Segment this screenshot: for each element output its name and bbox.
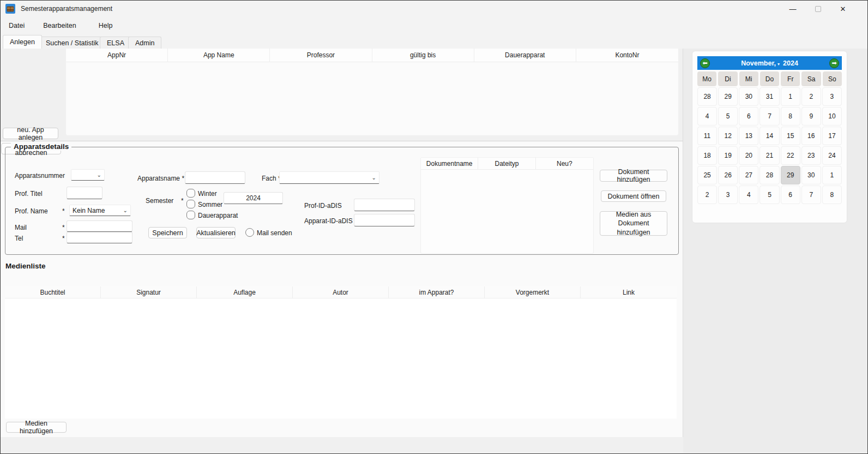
calendar-day[interactable]: 30 xyxy=(801,166,821,184)
calendar-day[interactable]: 17 xyxy=(822,127,842,145)
calendar-day[interactable]: 2 xyxy=(801,87,821,106)
column-appnr[interactable]: AppNr xyxy=(66,49,168,62)
column-dauerapparat[interactable]: Dauerapparat xyxy=(474,49,576,62)
dokument-oeffnen-button[interactable]: Dokument öffnen xyxy=(601,190,666,202)
column-dateityp[interactable]: Dateityp xyxy=(478,158,535,169)
calendar-day[interactable]: 6 xyxy=(739,107,758,126)
calendar-day[interactable]: 23 xyxy=(801,146,821,165)
tab-elsa[interactable]: ELSA xyxy=(100,37,131,49)
calendar-title[interactable]: November,▾ 2024 xyxy=(741,59,798,67)
prof-name-combobox[interactable]: Kein Name ⌄ xyxy=(69,205,131,216)
winter-checkbox[interactable] xyxy=(186,189,195,198)
minimize-button[interactable]: — xyxy=(780,1,805,17)
calendar-day[interactable]: 22 xyxy=(781,146,800,165)
calendar-day[interactable]: 15 xyxy=(781,127,800,145)
calendar-day[interactable]: 11 xyxy=(697,127,717,145)
column-gueltig-bis[interactable]: gültig bis xyxy=(372,49,474,62)
column-kontonr[interactable]: KontoNr xyxy=(576,49,678,62)
document-table[interactable]: Dokumentname Dateityp Neu? xyxy=(421,158,593,253)
calendar-day[interactable]: 1 xyxy=(781,87,800,106)
prof-name-label: Prof. Name xyxy=(15,207,48,215)
column-neu[interactable]: Neu? xyxy=(536,158,593,169)
sommer-checkbox[interactable] xyxy=(186,200,195,208)
menu-datei[interactable]: Datei xyxy=(4,20,29,32)
tab-anlegen[interactable]: Anlegen xyxy=(3,35,42,49)
calendar-day[interactable]: 7 xyxy=(801,186,821,204)
column-im-apparat[interactable]: im Apparat? xyxy=(389,286,485,298)
column-professor[interactable]: Professor xyxy=(270,49,372,62)
speichern-button[interactable]: Speichern xyxy=(148,227,187,238)
calendar-day[interactable]: 8 xyxy=(822,186,842,204)
medien-table[interactable]: Buchtitel Signatur Auflage Autor im Appa… xyxy=(5,286,677,419)
calendar-day[interactable]: 2 xyxy=(697,186,717,204)
apparatsname-input[interactable] xyxy=(185,171,245,184)
calendar-day[interactable]: 4 xyxy=(697,107,717,126)
calendar-day[interactable]: 3 xyxy=(822,87,842,106)
aktualisieren-button[interactable]: Aktualisieren xyxy=(196,227,236,238)
prof-id-adis-input[interactable] xyxy=(354,199,415,211)
calendar-day[interactable]: 5 xyxy=(760,186,779,204)
apparat-id-adis-input[interactable] xyxy=(354,214,415,226)
column-auflage[interactable]: Auflage xyxy=(197,286,293,298)
calendar-day[interactable]: 13 xyxy=(739,127,758,145)
calendar-day-selected[interactable]: 29 xyxy=(781,166,800,184)
calendar-next-button[interactable]: ➡ xyxy=(829,58,839,68)
calendar-day[interactable]: 24 xyxy=(822,146,842,165)
medien-hinzufuegen-button[interactable]: Medien hinzufügen xyxy=(6,422,67,433)
maximize-button[interactable] xyxy=(805,1,830,17)
calendar-day[interactable]: 28 xyxy=(697,87,717,106)
dokument-hinzufuegen-button[interactable]: Dokument hinzufügen xyxy=(600,170,667,182)
calendar-day[interactable]: 31 xyxy=(760,87,779,106)
calendar-day[interactable]: 20 xyxy=(739,146,758,165)
column-vorgemerkt[interactable]: Vorgemerkt xyxy=(485,286,581,298)
column-link[interactable]: Link xyxy=(581,286,677,298)
mail-senden-checkbox[interactable] xyxy=(245,228,254,237)
calendar-day[interactable]: 29 xyxy=(718,87,738,106)
calendar-day[interactable]: 18 xyxy=(697,146,717,165)
calendar-month[interactable]: November, xyxy=(741,59,776,67)
column-autor[interactable]: Autor xyxy=(293,286,389,298)
calendar-prev-button[interactable]: ⬅ xyxy=(700,58,710,68)
tel-input[interactable] xyxy=(67,232,132,243)
calendar-day[interactable]: 4 xyxy=(739,186,758,204)
close-icon: ✕ xyxy=(840,5,846,13)
calendar-day[interactable]: 28 xyxy=(760,166,779,184)
column-signatur[interactable]: Signatur xyxy=(101,286,197,298)
calendar-day[interactable]: 5 xyxy=(718,107,738,126)
dauerapparat-checkbox[interactable] xyxy=(186,211,195,219)
calendar-day[interactable]: 27 xyxy=(739,166,758,184)
semester-year-input[interactable]: 2024 xyxy=(224,192,283,204)
tab-admin[interactable]: Admin xyxy=(128,37,161,49)
calendar-day[interactable]: 30 xyxy=(739,87,758,106)
mail-input[interactable] xyxy=(67,220,132,232)
calendar-day[interactable]: 14 xyxy=(760,127,779,145)
fach-combobox[interactable]: ⌄ xyxy=(279,171,379,184)
calendar-year[interactable]: 2024 xyxy=(783,59,798,67)
calendar-day[interactable]: 3 xyxy=(718,186,738,204)
new-app-button[interactable]: neu. App anlegen xyxy=(3,128,58,139)
menu-help[interactable]: Help xyxy=(94,20,117,32)
column-appname[interactable]: App Name xyxy=(168,49,270,62)
semester-year-value: 2024 xyxy=(246,194,261,202)
calendar-day[interactable]: 12 xyxy=(718,127,738,145)
column-buchtitel[interactable]: Buchtitel xyxy=(5,286,101,298)
calendar-day[interactable]: 10 xyxy=(822,107,842,126)
prof-titel-input[interactable] xyxy=(67,187,103,199)
calendar-day[interactable]: 26 xyxy=(718,166,738,184)
menu-bearbeiten[interactable]: Bearbeiten xyxy=(39,20,80,32)
column-dokumentname[interactable]: Dokumentname xyxy=(421,158,478,169)
calendar-day[interactable]: 25 xyxy=(697,166,717,184)
calendar-day[interactable]: 6 xyxy=(781,186,800,204)
tab-suchen-statistik[interactable]: Suchen / Statistik xyxy=(39,37,106,49)
calendar-day[interactable]: 21 xyxy=(760,146,779,165)
calendar-day[interactable]: 8 xyxy=(781,107,800,126)
calendar-day[interactable]: 9 xyxy=(801,107,821,126)
calendar-day[interactable]: 16 xyxy=(801,127,821,145)
calendar-day[interactable]: 1 xyxy=(822,166,842,184)
calendar-day[interactable]: 7 xyxy=(760,107,779,126)
medien-aus-dokument-button[interactable]: Medien aus Dokument hinzufügen xyxy=(600,211,667,236)
calendar-day[interactable]: 19 xyxy=(718,146,738,165)
apparatsnummer-combobox[interactable]: ⌄ xyxy=(71,169,105,181)
apparatus-table[interactable]: AppNr App Name Professor gültig bis Daue… xyxy=(66,49,678,135)
close-button[interactable]: ✕ xyxy=(830,1,855,17)
